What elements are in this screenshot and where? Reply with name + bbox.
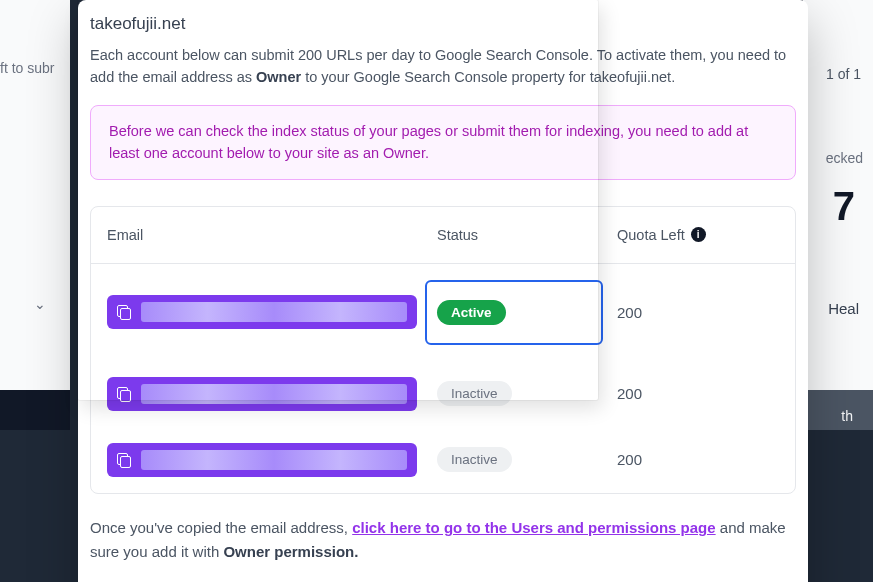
instructions-pre: Once you've copied the email address, xyxy=(90,519,352,536)
accounts-table: Email Status Quota Left i Active 200 xyxy=(90,206,796,494)
col-quota: Quota Left xyxy=(617,227,685,243)
quota-value: 200 xyxy=(617,451,779,468)
email-redacted xyxy=(141,384,407,404)
bg-page-count: 1 of 1 xyxy=(826,66,861,82)
instructions-bold: Owner permission. xyxy=(223,543,358,560)
table-row: Inactive 200 xyxy=(91,361,795,427)
modal-description: Each account below can submit 200 URLs p… xyxy=(90,44,796,89)
modal-desc-bold: Owner xyxy=(256,69,301,85)
status-badge-inactive: Inactive xyxy=(437,447,512,472)
bg-big-number: 7 xyxy=(833,184,855,229)
permissions-page-link[interactable]: click here to go to the Users and permis… xyxy=(352,519,715,536)
table-row: Active 200 xyxy=(91,264,795,361)
table-row: Inactive 200 xyxy=(91,427,795,493)
copy-icon[interactable] xyxy=(117,453,131,467)
modal-domain-title: takeofujii.net xyxy=(90,14,796,34)
table-header: Email Status Quota Left i xyxy=(91,207,795,264)
bg-text-left: ft to subr xyxy=(0,60,54,76)
info-icon[interactable]: i xyxy=(691,227,706,242)
email-redacted xyxy=(141,302,407,322)
copy-icon[interactable] xyxy=(117,387,131,401)
modal-desc-post: to your Google Search Console property f… xyxy=(301,69,675,85)
chevron-down-icon[interactable]: ⌄ xyxy=(34,296,46,312)
email-chip[interactable] xyxy=(107,295,417,329)
bg-text-checked: ecked xyxy=(826,150,863,166)
col-email: Email xyxy=(107,227,437,243)
status-badge-inactive: Inactive xyxy=(437,381,512,406)
status-badge-active: Active xyxy=(437,300,506,325)
email-chip[interactable] xyxy=(107,377,417,411)
owner-warning-notice: Before we can check the index status of … xyxy=(90,105,796,180)
quota-value: 200 xyxy=(617,385,779,402)
email-chip[interactable] xyxy=(107,443,417,477)
quota-value: 200 xyxy=(617,304,779,321)
status-cell-highlighted: Active xyxy=(425,280,603,345)
col-status: Status xyxy=(437,227,617,243)
instructions-text: Once you've copied the email address, cl… xyxy=(90,516,796,564)
bg-text-th: th xyxy=(841,408,853,424)
accounts-modal: takeofujii.net Each account below can su… xyxy=(78,0,808,582)
email-redacted xyxy=(141,450,407,470)
bg-text-heal: Heal xyxy=(828,300,859,317)
copy-icon[interactable] xyxy=(117,305,131,319)
